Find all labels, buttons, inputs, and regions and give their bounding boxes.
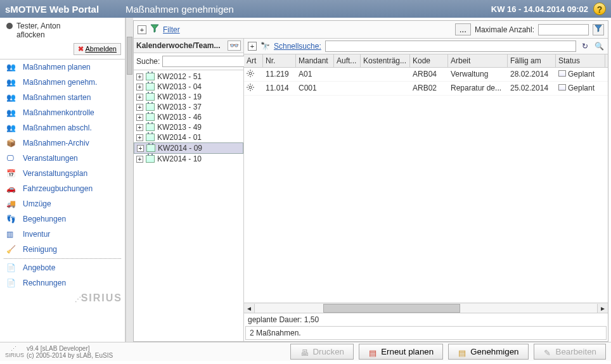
nav-item[interactable]: 📄Angebote — [0, 260, 125, 275]
filter-more-button[interactable]: ... — [455, 23, 471, 35]
tree-row[interactable]: +KW2013 - 04 — [134, 82, 243, 92]
nav-icon: 🚚 — [6, 199, 18, 208]
nav-item[interactable]: 🚚Umzüge — [0, 196, 125, 211]
expand-icon[interactable]: + — [136, 114, 143, 121]
col-mandant[interactable]: Mandant — [296, 54, 334, 67]
user-name: Tester, Anton — [16, 22, 60, 30]
expand-icon[interactable]: + — [136, 104, 143, 111]
tree-label: KW2013 - 19 — [157, 92, 202, 101]
nav-item[interactable]: 👥Maßnahmenkontrolle — [0, 105, 125, 120]
content-area: + Filter ... Maximale Anzahl: Kalenderwo… — [133, 20, 608, 342]
expand-icon[interactable]: + — [136, 124, 143, 131]
nav-icon: 📄 — [6, 263, 18, 272]
grid-scrollbar[interactable]: ◂ ▸ — [244, 303, 608, 313]
tree-search-icon[interactable]: 👓 — [228, 41, 241, 51]
nav-item[interactable]: 👣Begehungen — [0, 211, 125, 227]
help-icon[interactable]: ? — [593, 3, 606, 15]
expand-quicksearch-icon[interactable]: + — [248, 42, 257, 51]
search-label: Suche: — [136, 57, 160, 66]
tree-row[interactable]: +KW2014 - 10 — [134, 154, 243, 164]
calendar-icon — [146, 103, 155, 111]
nav-item[interactable]: 👥Maßnahmen abschl. — [0, 120, 125, 135]
sidebar-scrollbar[interactable] — [125, 18, 133, 342]
nav-item[interactable]: 👥Maßnahmen genehm. — [0, 75, 125, 90]
col-arbeit[interactable]: Arbeit — [448, 54, 508, 67]
nav-label: Inventur — [23, 230, 50, 239]
nav-label: Veranstaltungen — [23, 154, 78, 163]
apply-filter-button[interactable] — [593, 24, 604, 35]
expand-filter-icon[interactable]: + — [138, 25, 146, 34]
tree-label: KW2014 - 09 — [158, 144, 202, 153]
tree-label: KW2014 - 10 — [157, 154, 202, 163]
tree-row[interactable]: +KW2013 - 46 — [134, 112, 243, 122]
nav-item[interactable]: 📦Maßnahmen-Archiv — [0, 135, 125, 151]
print-button[interactable]: 🖶Drucken — [290, 344, 354, 360]
scroll-right-icon[interactable]: ▸ — [598, 304, 608, 313]
max-count-label: Maximale Anzahl: — [475, 25, 534, 34]
nav-label: Rechnungen — [23, 279, 66, 287]
edit-button[interactable]: ✎Bearbeiten — [534, 344, 606, 360]
col-auftrag[interactable]: Auft... — [334, 54, 361, 67]
nav-icon: 📄 — [6, 279, 18, 287]
expand-icon[interactable]: + — [136, 134, 143, 141]
nav-item[interactable]: 🚗Fahrzeugbuchungen — [0, 181, 125, 196]
filter-bar: + Filter ... Maximale Anzahl: — [134, 21, 608, 39]
grid-body: 11.219A01ARB04Verwaltung28.02.2014Geplan… — [244, 68, 608, 303]
col-faellig[interactable]: Fällig am — [508, 54, 556, 67]
table-row[interactable]: 11.014C001ARB02Reparatur de...25.02.2014… — [244, 82, 608, 96]
nav-item[interactable]: 📅Veranstaltungsplan — [0, 166, 125, 181]
nav-icon: 👣 — [6, 215, 18, 223]
calendar-icon — [146, 134, 155, 141]
svg-point-1 — [249, 86, 252, 89]
copyright-text: (c) 2005-2014 by sLAB, EuSIS — [27, 352, 113, 359]
nav-item[interactable]: 👥Maßnahmen starten — [0, 90, 125, 105]
replan-button[interactable]: ▤Erneut planen — [359, 344, 443, 360]
nav-label: Maßnahmen planen — [23, 63, 91, 72]
quicksearch-input[interactable] — [325, 41, 576, 52]
col-nr[interactable]: Nr. — [263, 54, 296, 67]
expand-icon[interactable]: + — [136, 84, 143, 91]
nav-icon: 👥 — [6, 93, 18, 102]
expand-icon[interactable]: + — [137, 145, 144, 152]
col-art[interactable]: Art — [244, 54, 263, 67]
tree-row[interactable]: +KW2013 - 37 — [134, 102, 243, 112]
col-status[interactable]: Status — [556, 54, 605, 67]
expand-icon[interactable]: + — [136, 73, 143, 80]
tree-row[interactable]: +KW2014 - 09 — [134, 142, 243, 154]
refresh-icon[interactable]: ↻ — [580, 41, 590, 51]
logout-button[interactable]: ✖ Abmelden — [74, 43, 121, 55]
user-block: Tester, Anton aflocken — [0, 18, 125, 42]
nav-item[interactable]: 👥Maßnahmen planen — [0, 60, 125, 75]
table-row[interactable]: 11.219A01ARB04Verwaltung28.02.2014Geplan… — [244, 68, 608, 82]
calendar-icon — [146, 93, 155, 101]
nav-item[interactable]: 📄Rechnungen — [0, 275, 125, 291]
sidebar: Tester, Anton aflocken ✖ Abmelden 👥Maßna… — [0, 18, 125, 342]
tree-row[interactable]: +KW2014 - 01 — [134, 132, 243, 142]
tree-row[interactable]: +KW2013 - 49 — [134, 122, 243, 132]
expand-icon[interactable]: + — [136, 94, 143, 101]
col-kode[interactable]: Kode — [410, 54, 448, 67]
nav-label: Angebote — [23, 263, 55, 272]
col-kostentraeger[interactable]: Kostenträg... — [361, 54, 410, 67]
nav-icon: 👥 — [6, 108, 18, 117]
max-count-input[interactable] — [538, 24, 589, 35]
nav-label: Begehungen — [23, 215, 66, 223]
tree-row[interactable]: +KW2012 - 51 — [134, 72, 243, 82]
nav-item[interactable]: 🧹Reinigung — [0, 242, 125, 257]
search-icon[interactable]: 🔍 — [594, 41, 604, 51]
quicksearch-link[interactable]: Schnellsuche: — [274, 42, 321, 51]
expand-icon[interactable]: + — [136, 156, 143, 163]
scroll-left-icon[interactable]: ◂ — [244, 304, 254, 313]
filter-link[interactable]: Filter — [163, 25, 180, 34]
footer: ⋰SIRIUS v9.4 [sLAB Developer] (c) 2005-2… — [0, 342, 611, 361]
nav-icon: ▥ — [6, 230, 18, 239]
approve-button[interactable]: ▤Genehmigen — [448, 344, 528, 360]
nav-item[interactable]: ▥Inventur — [0, 227, 125, 242]
nav-label: Umzüge — [23, 199, 51, 208]
user-icon — [6, 23, 13, 29]
nav-icon: 📦 — [6, 139, 18, 147]
tree-row[interactable]: +KW2013 - 19 — [134, 92, 243, 102]
nav-icon: 👥 — [6, 123, 18, 132]
nav-item[interactable]: 🖵Veranstaltungen — [0, 151, 125, 166]
user-sub: aflocken — [6, 30, 119, 39]
